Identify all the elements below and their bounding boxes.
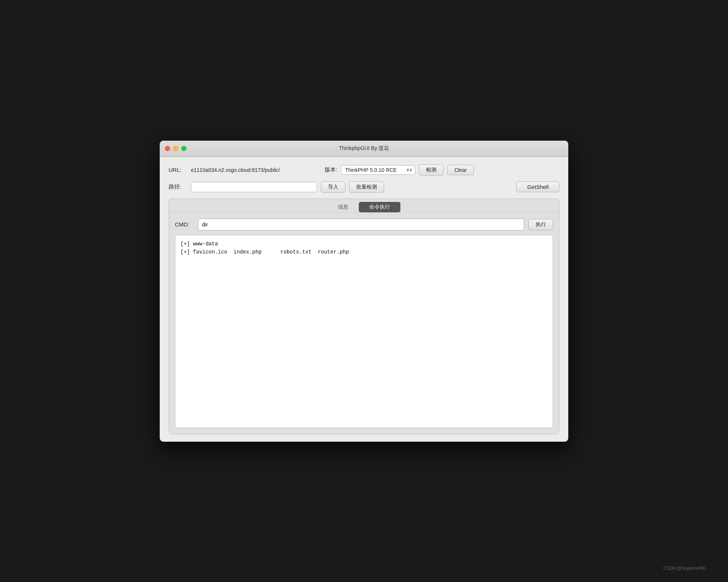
path-row: 路径: 导入 批量检测 GetShell — [169, 182, 559, 193]
exec-button[interactable]: 执行 — [529, 219, 553, 230]
content-area: URL: e1110a034.n2.vsgo.cloud:8173/public… — [160, 157, 568, 442]
minimize-button[interactable] — [173, 146, 178, 151]
detect-button[interactable]: 检测 — [419, 164, 443, 176]
tab-bar: 信息 命令执行 — [169, 199, 559, 213]
url-row: URL: e1110a034.n2.vsgo.cloud:8173/public… — [169, 164, 559, 176]
footer-text: CSDN @SuperherRo — [663, 566, 706, 571]
version-label: 版本: — [325, 166, 337, 173]
titlebar: ThinkphpGUI By 莲花 — [160, 141, 568, 157]
version-select-wrapper[interactable]: ThinkPHP 5.0.10 RCEThinkPHP 5.1.x RCEThi… — [341, 165, 415, 175]
window-title: ThinkphpGUI By 莲花 — [339, 145, 389, 152]
tab-info[interactable]: 信息 — [328, 202, 359, 212]
traffic-lights — [165, 146, 186, 151]
batch-button[interactable]: 批量检测 — [349, 182, 384, 193]
cmd-label: CMD: — [175, 221, 194, 228]
url-value: e1110a034.n2.vsgo.cloud:8173/public/ — [191, 167, 317, 173]
maximize-button[interactable] — [181, 146, 186, 151]
path-label: 路径: — [169, 183, 187, 190]
version-select[interactable]: ThinkPHP 5.0.10 RCEThinkPHP 5.1.x RCEThi… — [341, 165, 415, 175]
url-label: URL: — [169, 167, 187, 173]
import-button[interactable]: 导入 — [321, 182, 345, 193]
cmd-row: CMD: 执行 — [175, 219, 553, 230]
tabs-area: 信息 命令执行 CMD: 执行 [+] www-data [+] favicon… — [169, 199, 559, 434]
main-window: ThinkphpGUI By 莲花 URL: e1110a034.n2.vsgo… — [160, 141, 568, 442]
path-input[interactable] — [191, 182, 317, 192]
cmd-input[interactable] — [198, 219, 524, 230]
tab-cmd[interactable]: 命令执行 — [359, 202, 400, 212]
tab-content: CMD: 执行 [+] www-data [+] favicon.ico ind… — [169, 213, 559, 434]
output-area: [+] www-data [+] favicon.ico index.php r… — [175, 235, 553, 428]
getshell-button[interactable]: GetShell — [516, 182, 559, 192]
clear-button[interactable]: Clear — [447, 165, 474, 175]
close-button[interactable] — [165, 146, 170, 151]
